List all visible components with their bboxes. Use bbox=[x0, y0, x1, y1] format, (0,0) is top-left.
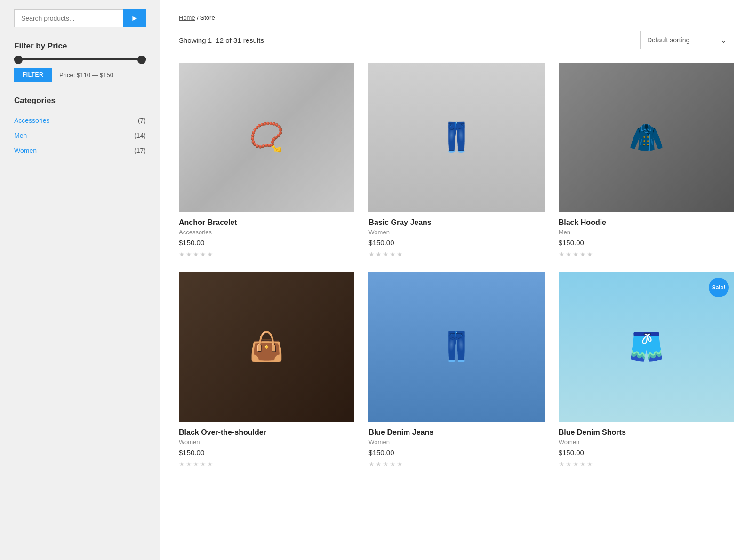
product-price: $150.00 bbox=[368, 239, 544, 247]
category-link[interactable]: Women bbox=[14, 147, 37, 154]
filter-button[interactable]: FILTER bbox=[14, 68, 52, 82]
product-category: Women bbox=[559, 439, 734, 446]
product-price: $150.00 bbox=[179, 448, 354, 456]
star-icon: ★ bbox=[566, 460, 572, 468]
product-price: $150.00 bbox=[179, 239, 354, 247]
search-bar: ► bbox=[14, 9, 146, 27]
category-count: (7) bbox=[138, 117, 146, 124]
product-name: Black Hoodie bbox=[559, 218, 734, 227]
star-icon: ★ bbox=[390, 250, 396, 258]
category-link[interactable]: Men bbox=[14, 132, 27, 139]
category-item: Men (14) bbox=[14, 128, 146, 143]
star-icon: ★ bbox=[559, 250, 565, 258]
star-icon: ★ bbox=[186, 460, 192, 468]
star-icon: ★ bbox=[368, 250, 375, 258]
star-icon: ★ bbox=[207, 460, 213, 468]
chevron-down-icon: ⌄ bbox=[720, 35, 727, 45]
product-card[interactable]: 📿 Anchor Bracelet Accessories $150.00 ★★… bbox=[179, 63, 354, 258]
breadcrumb-home[interactable]: Home bbox=[179, 14, 195, 21]
search-button[interactable]: ► bbox=[123, 9, 146, 27]
product-image-wrap: 👜 bbox=[179, 272, 354, 421]
star-icon: ★ bbox=[200, 250, 206, 258]
product-emoji: 👖 bbox=[439, 330, 474, 363]
product-stars: ★★★★★ bbox=[179, 250, 354, 258]
star-icon: ★ bbox=[573, 460, 579, 468]
category-count: (17) bbox=[134, 147, 146, 154]
filter-row: FILTER Price: $110 — $150 bbox=[14, 68, 146, 82]
sidebar: ► Filter by Price FILTER Price: $110 — $… bbox=[0, 0, 160, 560]
star-icon: ★ bbox=[376, 460, 382, 468]
category-item: Women (17) bbox=[14, 143, 146, 158]
product-image-wrap: 👖 bbox=[368, 272, 544, 421]
product-name: Black Over-the-shoulder bbox=[179, 428, 354, 437]
star-icon: ★ bbox=[587, 460, 593, 468]
filter-title: Filter by Price bbox=[14, 41, 146, 51]
star-icon: ★ bbox=[376, 250, 382, 258]
star-icon: ★ bbox=[580, 460, 586, 468]
price-range-label: Price: $110 — $150 bbox=[59, 72, 113, 79]
star-icon: ★ bbox=[179, 460, 185, 468]
breadcrumb-current: Store bbox=[200, 14, 215, 21]
star-icon: ★ bbox=[383, 250, 389, 258]
product-card[interactable]: 👖 Blue Denim Jeans Women $150.00 ★★★★★ bbox=[368, 272, 544, 467]
page-layout: ► Filter by Price FILTER Price: $110 — $… bbox=[0, 0, 753, 560]
star-icon: ★ bbox=[397, 250, 403, 258]
product-name: Basic Gray Jeans bbox=[368, 218, 544, 227]
product-category: Women bbox=[368, 439, 544, 446]
product-image: 🧥 bbox=[559, 63, 734, 212]
product-category: Women bbox=[179, 439, 354, 446]
sort-label: Default sorting bbox=[647, 36, 689, 44]
star-icon: ★ bbox=[193, 460, 199, 468]
star-icon: ★ bbox=[186, 250, 192, 258]
results-count: Showing 1–12 of 31 results bbox=[179, 36, 264, 44]
sort-dropdown[interactable]: Default sorting ⌄ bbox=[640, 31, 734, 49]
product-image-wrap: 🧥 bbox=[559, 63, 734, 212]
product-emoji: 📿 bbox=[249, 120, 284, 154]
product-emoji: 🧥 bbox=[629, 120, 664, 154]
star-icon: ★ bbox=[580, 250, 586, 258]
category-list: Accessories (7) Men (14) Women (17) bbox=[14, 113, 146, 158]
product-price: $150.00 bbox=[559, 239, 734, 247]
star-icon: ★ bbox=[200, 460, 206, 468]
product-emoji: 🩳 bbox=[629, 330, 664, 363]
product-category: Men bbox=[559, 229, 734, 236]
product-image: 👜 bbox=[179, 272, 354, 421]
star-icon: ★ bbox=[383, 460, 389, 468]
star-icon: ★ bbox=[390, 460, 396, 468]
star-icon: ★ bbox=[207, 250, 213, 258]
search-input[interactable] bbox=[14, 9, 123, 27]
star-icon: ★ bbox=[587, 250, 593, 258]
product-stars: ★★★★★ bbox=[179, 460, 354, 468]
categories-title: Categories bbox=[14, 96, 146, 105]
product-image-wrap: 👖 bbox=[368, 63, 544, 212]
product-emoji: 👜 bbox=[249, 330, 284, 363]
main-content: Home / Store Showing 1–12 of 31 results … bbox=[160, 0, 753, 560]
product-category: Women bbox=[368, 229, 544, 236]
price-slider[interactable] bbox=[14, 58, 146, 60]
product-image: 👖 bbox=[368, 63, 544, 212]
product-stars: ★★★★★ bbox=[368, 250, 544, 258]
product-stars: ★★★★★ bbox=[368, 460, 544, 468]
category-item: Accessories (7) bbox=[14, 113, 146, 128]
product-name: Blue Denim Shorts bbox=[559, 428, 734, 437]
breadcrumb: Home / Store bbox=[179, 14, 734, 21]
star-icon: ★ bbox=[573, 250, 579, 258]
product-emoji: 👖 bbox=[439, 120, 474, 154]
breadcrumb-separator: / bbox=[197, 14, 200, 21]
product-stars: ★★★★★ bbox=[559, 460, 734, 468]
product-image-wrap: 🩳 Sale! bbox=[559, 272, 734, 421]
product-name: Anchor Bracelet bbox=[179, 218, 354, 227]
product-price: $150.00 bbox=[368, 448, 544, 456]
product-image-wrap: 📿 bbox=[179, 63, 354, 212]
product-image: 📿 bbox=[179, 63, 354, 212]
product-grid: 📿 Anchor Bracelet Accessories $150.00 ★★… bbox=[179, 63, 734, 468]
product-card[interactable]: 👜 Black Over-the-shoulder Women $150.00 … bbox=[179, 272, 354, 467]
product-card[interactable]: 🩳 Sale! Blue Denim Shorts Women $150.00 … bbox=[559, 272, 734, 467]
category-link[interactable]: Accessories bbox=[14, 117, 49, 124]
category-count: (14) bbox=[134, 132, 146, 139]
toolbar: Showing 1–12 of 31 results Default sorti… bbox=[179, 31, 734, 49]
product-card[interactable]: 👖 Basic Gray Jeans Women $150.00 ★★★★★ bbox=[368, 63, 544, 258]
product-card[interactable]: 🧥 Black Hoodie Men $150.00 ★★★★★ bbox=[559, 63, 734, 258]
star-icon: ★ bbox=[566, 250, 572, 258]
product-stars: ★★★★★ bbox=[559, 250, 734, 258]
